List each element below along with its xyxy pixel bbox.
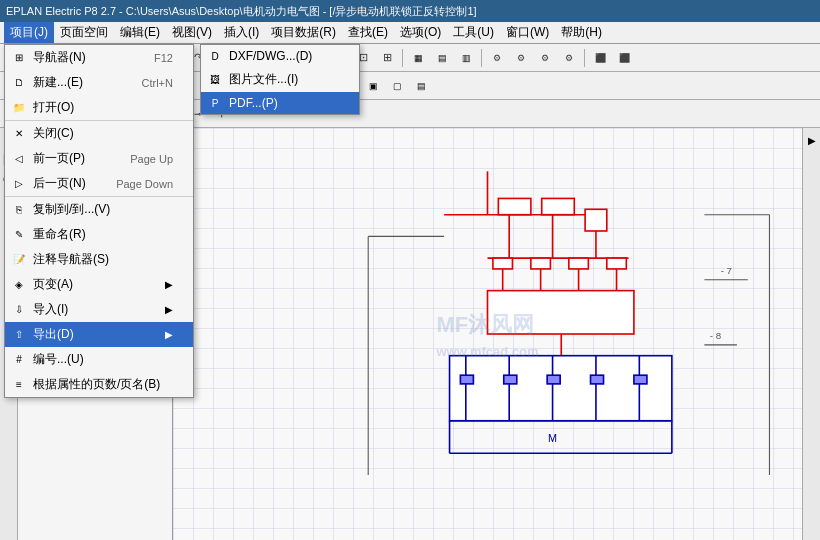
svg-text:- 8: - 8 (710, 330, 721, 341)
menu-project[interactable]: 项目(J) (4, 22, 54, 43)
tb-find[interactable]: ⌕ (273, 47, 295, 69)
tb2-select[interactable]: ↖ (5, 75, 27, 97)
tb-b1[interactable]: ⚙ (486, 47, 508, 69)
tb-undo[interactable]: ↶ (163, 47, 185, 69)
tb2-conn[interactable]: ⤓ (77, 75, 99, 97)
tb2-r2[interactable]: ┘ (283, 75, 305, 97)
tb3-4[interactable]: ⊴ (84, 103, 106, 125)
side-icon-3[interactable]: ◯ (1, 170, 17, 186)
tb-b3[interactable]: ⚙ (534, 47, 556, 69)
side-icon-6[interactable]: ⌂ (1, 227, 17, 243)
side-icon-7[interactable]: ✎ (1, 246, 17, 262)
tb-zoomin[interactable]: + (304, 47, 326, 69)
side-icon-1[interactable]: ▶ (1, 132, 17, 148)
svg-rect-26 (504, 375, 517, 384)
menu-edit[interactable]: 编辑(E) (114, 22, 166, 43)
svg-text:M: M (548, 432, 557, 444)
left-icon-strip: ▶ ⬛ ◯ ⊞ ⊟ ⌂ ✎ T ⧄ ⚯ ⊕ (0, 128, 18, 540)
side-icon-11[interactable]: ⊕ (1, 322, 17, 338)
tb2-m3[interactable]: ▤ (410, 75, 432, 97)
sep13 (182, 105, 183, 123)
sep5 (299, 49, 300, 67)
tb-grid1[interactable]: ▦ (407, 47, 429, 69)
tb3-8[interactable]: ⊸ (187, 103, 209, 125)
title-text: EPLAN Electric P8 2.7 - C:\Users\Asus\De… (6, 4, 477, 19)
sep8 (584, 49, 585, 67)
svg-rect-25 (460, 375, 473, 384)
tb2-t3[interactable]: ⊙ (180, 75, 202, 97)
tb-grid3[interactable]: ▥ (455, 47, 477, 69)
tb2-r4[interactable]: ┌ (331, 75, 353, 97)
tb-zoomfit[interactable]: ⊡ (352, 47, 374, 69)
tb3-5[interactable]: ⊵ (108, 103, 130, 125)
titlebar: EPLAN Electric P8 2.7 - C:\Users\Asus\De… (0, 0, 820, 22)
tb-copy[interactable]: ⎘ (108, 47, 130, 69)
tb2-sym[interactable]: ◈ (101, 75, 123, 97)
tb-b6[interactable]: ⬛ (613, 47, 635, 69)
tb-search[interactable]: 🔍 (249, 47, 271, 69)
menu-window[interactable]: 窗口(W) (500, 22, 555, 43)
menu-view[interactable]: 视图(V) (166, 22, 218, 43)
side-icon-10[interactable]: ⚯ (1, 303, 17, 319)
menu-projdata[interactable]: 项目数据(R) (265, 22, 342, 43)
svg-rect-9 (493, 258, 513, 269)
svg-rect-17 (488, 291, 634, 334)
svg-rect-3 (542, 198, 575, 214)
tb2-m2[interactable]: ▢ (386, 75, 408, 97)
side-icon-9[interactable]: ⧄ (1, 284, 17, 300)
tb2-t2[interactable]: ⊗ (156, 75, 178, 97)
sep2 (158, 49, 159, 67)
tb2-bus[interactable]: ≡ (53, 75, 75, 97)
tb2-wire[interactable]: — (29, 75, 51, 97)
tree-page1[interactable]: 异步电动机联锁反转... (18, 186, 172, 205)
menu-page[interactable]: 页面空间 (54, 22, 114, 43)
svg-rect-11 (569, 258, 589, 269)
sep12 (79, 105, 80, 123)
tb2-t1[interactable]: ⊕ (132, 75, 154, 97)
tb-new[interactable]: 🗋 (5, 47, 27, 69)
tb-save[interactable]: 💾 (53, 47, 75, 69)
tb-open[interactable]: 📁 (29, 47, 51, 69)
tb-b5[interactable]: ⬛ (589, 47, 611, 69)
tb-zoomout[interactable]: − (328, 47, 350, 69)
tree-header: 页 (18, 128, 172, 148)
svg-rect-12 (607, 258, 627, 269)
tb-paste[interactable]: 📋 (132, 47, 154, 69)
tb3-7[interactable]: ⊷ (156, 103, 178, 125)
tree-page2[interactable]: 异步电动机联锁正反转 (18, 205, 172, 224)
tb3-3[interactable]: ⊠ (53, 103, 75, 125)
sep7 (481, 49, 482, 67)
svg-rect-2 (498, 198, 531, 214)
right-icon-1[interactable]: ▶ (804, 132, 820, 148)
tb-print[interactable]: 🖨 (218, 47, 240, 69)
tb-cut[interactable]: ✂ (84, 47, 106, 69)
tb-b4[interactable]: ⚙ (558, 47, 580, 69)
sep1 (79, 49, 80, 67)
tb3-1[interactable]: ⊞ (5, 103, 27, 125)
tree-power[interactable]: 动力图 (18, 167, 172, 186)
sep3 (213, 49, 214, 67)
menu-help[interactable]: 帮助(H) (555, 22, 608, 43)
tb-redo[interactable]: ↷ (187, 47, 209, 69)
tb3-2[interactable]: ⊟ (29, 103, 51, 125)
tb2-r3[interactable]: └ (307, 75, 329, 97)
tb2-t4[interactable]: △ (204, 75, 226, 97)
circuit-diagram: M - 7 - 8 (173, 128, 802, 540)
menu-options[interactable]: 选项(O) (394, 22, 447, 43)
side-icon-2[interactable]: ⬛ (1, 151, 17, 167)
tb-grid2[interactable]: ▤ (431, 47, 453, 69)
tb3-6[interactable]: ⊶ (132, 103, 154, 125)
tb-b2[interactable]: ⚙ (510, 47, 532, 69)
menu-insert[interactable]: 插入(I) (218, 22, 265, 43)
menu-tools[interactable]: 工具(U) (447, 22, 500, 43)
tb2-r1[interactable]: ┐ (259, 75, 281, 97)
side-icon-8[interactable]: T (1, 265, 17, 281)
side-icon-4[interactable]: ⊞ (1, 189, 17, 205)
tb2-m1[interactable]: ▣ (362, 75, 384, 97)
tb-zoomsel[interactable]: ⊞ (376, 47, 398, 69)
tb3-9[interactable]: ⊹ (211, 103, 233, 125)
tb2-t5[interactable]: ▷ (228, 75, 250, 97)
tree-root[interactable]: 电机动力电气图 (18, 148, 172, 167)
menu-find[interactable]: 查找(E) (342, 22, 394, 43)
side-icon-5[interactable]: ⊟ (1, 208, 17, 224)
